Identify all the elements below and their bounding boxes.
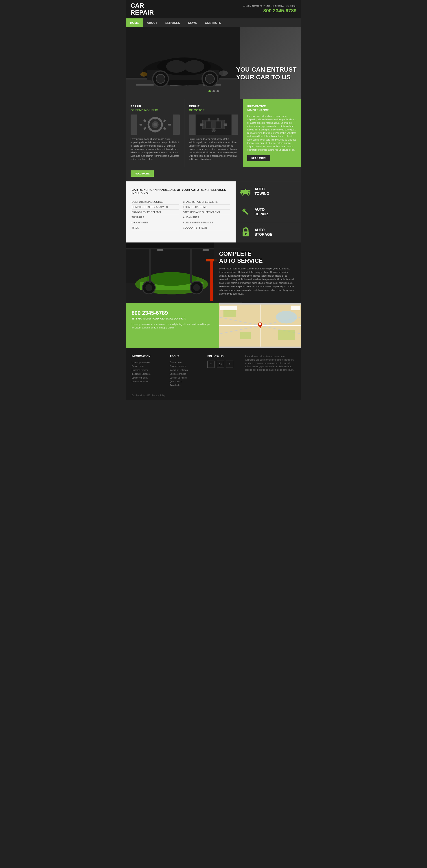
- svg-point-61: [193, 284, 200, 291]
- nav-news[interactable]: NEWS: [184, 19, 201, 27]
- list-item: Exercitation: [169, 383, 203, 387]
- footer-info-list: Lorem ipsum dolor Conse ctetur Eiusmod t…: [132, 361, 165, 383]
- hero-text: YOU CAN ENTRUST YOUR CAR TO US: [236, 66, 296, 81]
- footer-about: ABOUT Conse ctetur Eiusmod tempor Incidi…: [169, 355, 203, 387]
- services-row: CAR REPAIR CAN HANDLE ALL OF YOUR AUTO R…: [126, 181, 301, 243]
- googleplus-icon[interactable]: g+: [217, 361, 224, 368]
- auto-towing-text: AUTO TOWING: [255, 187, 269, 195]
- footer-follow: FOLLOW US f g+ t: [207, 355, 241, 387]
- header-phone: 800 2345-6789: [243, 8, 296, 14]
- nav-contacts[interactable]: CONTACTS: [201, 19, 225, 27]
- svg-point-78: [276, 311, 297, 323]
- hero-section: YOU CAN ENTRUST YOUR CAR TO US: [126, 27, 301, 99]
- auto-service-text: Lorem ipsum dolor sit amet conse ctetur …: [219, 267, 296, 296]
- hero-dot-2[interactable]: [212, 90, 215, 92]
- facebook-icon[interactable]: f: [207, 361, 215, 368]
- list-item: Eiusmod tempor: [169, 364, 203, 368]
- svg-rect-83: [291, 306, 300, 310]
- svg-point-20: [153, 123, 157, 126]
- hero-dot-3[interactable]: [217, 90, 219, 92]
- list-item: ALIGNMENTS: [183, 215, 230, 220]
- svg-rect-31: [205, 121, 211, 128]
- lock-svg: [242, 227, 250, 237]
- list-item: TUNE-UPS: [132, 215, 178, 220]
- lock-icon: [240, 227, 251, 238]
- nav-about[interactable]: ABOUT: [143, 19, 161, 27]
- list-item: EXHAUST SYSTEMS: [183, 205, 230, 210]
- service-sending-units: REPAIR OF SENDING UNITS Lorem ipsum dolo…: [126, 99, 185, 167]
- hero-car-image: [126, 27, 240, 99]
- svg-point-43: [248, 193, 250, 195]
- contact-address: 4578 MARMORA ROAD, GLASGOW D04 89GR: [132, 317, 214, 320]
- services-col1-list: COMPUTER DIAGNOSTICS COMPLETE SAFETY ANA…: [132, 199, 178, 230]
- service-col1-subtitle: OF SENDING UNITS: [131, 108, 180, 112]
- footer-information: INFORMATION Lorem ipsum dolor Conse ctet…: [132, 355, 165, 387]
- footer: INFORMATION Lorem ipsum dolor Conse ctet…: [126, 348, 301, 400]
- service-preventive: PREVENTIVE MAINTENANCE Lorem ipsum dolor…: [243, 99, 301, 167]
- map-col: [219, 303, 301, 348]
- svg-point-14: [205, 74, 214, 83]
- car-svg: [126, 27, 240, 99]
- services-list: CAR REPAIR CAN HANDLE ALL OF YOUR AUTO R…: [126, 181, 236, 243]
- services-col2-list: BRAKE REPAIR SPECIALISTS EXHAUST SYSTEMS…: [183, 199, 230, 230]
- list-item: Lorem ipsum dolor: [132, 361, 165, 364]
- service-col2-image: [189, 115, 238, 135]
- svg-point-16: [140, 72, 147, 76]
- navigation: HOME ABOUT SERVICES NEWS CONTACTS: [126, 19, 301, 27]
- list-item: Ut enim ad minim: [169, 376, 203, 380]
- col1-read-more-wrap: READ MORE: [126, 167, 191, 181]
- svg-rect-44: [240, 192, 241, 193]
- list-item: COMPLETE SAFETY ANALYSIS: [132, 205, 178, 210]
- auto-service-content: COMPLETE AUTO SERVICE Lorem ipsum dolor …: [214, 243, 301, 303]
- svg-point-10: [184, 60, 204, 73]
- list-item: Conse ctetur: [169, 361, 203, 364]
- svg-rect-32: [216, 121, 221, 128]
- nav-services[interactable]: SERVICES: [161, 19, 184, 27]
- svg-point-81: [259, 323, 261, 325]
- map-svg: [219, 303, 301, 348]
- svg-rect-23: [139, 124, 142, 125]
- service-col3-title: PREVENTIVE: [247, 105, 296, 108]
- hero-dot-1[interactable]: [208, 90, 211, 92]
- service-col2-subtitle: OF MOTOR: [189, 108, 238, 112]
- list-item: Quis nostrud: [169, 380, 203, 383]
- col1-read-more-btn[interactable]: READ MORE: [131, 170, 154, 177]
- svg-point-15: [219, 70, 228, 76]
- service-motor: REPAIR OF MOTOR Lorem ipsum dolor sit am…: [185, 99, 243, 167]
- twitter-icon[interactable]: t: [226, 361, 233, 368]
- service-icons-col: AUTO TOWING AUTO REPAIR: [236, 181, 301, 243]
- list-item: STEERING AND SUSPENSIONS: [183, 210, 230, 215]
- service-col1-image: [131, 115, 180, 135]
- service-col3-read-more[interactable]: READ MORE: [247, 155, 270, 161]
- svg-rect-41: [248, 191, 250, 192]
- header: CAR REPAIR 4578 MARMORA ROAD, GLASGOW D0…: [126, 0, 301, 19]
- auto-service-title: COMPLETE AUTO SERVICE: [219, 250, 296, 264]
- header-address: 4578 MARMORA ROAD, GLASGOW D04 89GR: [243, 4, 296, 8]
- service-col3-text: Lorem ipsum dolor sit amet conse ctetur …: [247, 115, 296, 152]
- wrench-icon: [240, 206, 251, 218]
- list-item: DRIVABILITY PROBLEMS: [132, 210, 178, 215]
- svg-rect-45: [245, 189, 246, 190]
- svg-point-12: [156, 74, 165, 83]
- service-col3-subtitle: MAINTENANCE: [247, 108, 296, 112]
- list-item: OIL CHANGES: [132, 220, 178, 225]
- footer-bottom: Car Repair © 2015. Privacy Policy.: [132, 392, 296, 397]
- svg-point-9: [166, 60, 186, 73]
- service-col2-title: REPAIR: [189, 105, 238, 108]
- footer-description: Lorem ipsum dolor sit amet conse ctetur …: [245, 355, 295, 372]
- engine-svg: [189, 115, 238, 135]
- auto-towing-item: AUTO TOWING: [236, 181, 301, 202]
- footer-desc-col: Lorem ipsum dolor sit amet conse ctetur …: [245, 355, 295, 387]
- list-item: Incididunt ut labore: [132, 372, 165, 376]
- social-icons: f g+ t: [207, 361, 241, 368]
- auto-storage-item: AUTO STORAGE: [236, 222, 301, 243]
- list-item: FUEL SYSTEM SERVICES: [183, 220, 230, 225]
- nav-home[interactable]: HOME: [126, 19, 143, 27]
- list-item: Eiusmod tempor: [132, 368, 165, 372]
- footer-about-list: Conse ctetur Eiusmod tempor Incididunt u…: [169, 361, 203, 387]
- hero-dots: [208, 90, 219, 92]
- svg-rect-34: [217, 118, 219, 121]
- svg-rect-67: [190, 249, 191, 283]
- list-item: BRAKE REPAIR SPECIALISTS: [183, 199, 230, 205]
- auto-repair-item: AUTO REPAIR: [236, 202, 301, 222]
